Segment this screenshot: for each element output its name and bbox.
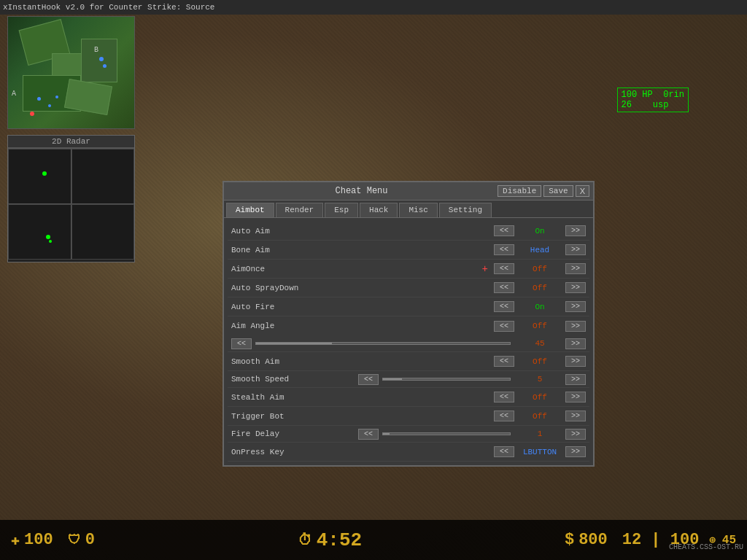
trigger-bot-prev[interactable]: << bbox=[494, 411, 514, 421]
radar-2d: 2D Radar bbox=[7, 135, 135, 262]
aim-angle-slider-track[interactable] bbox=[255, 342, 511, 345]
shield-icon: 🛡 bbox=[68, 532, 81, 548]
fire-delay-slider-row: Fire Delay << 1 >> bbox=[228, 426, 589, 442]
label-auto-spraydown: Auto SprayDown bbox=[231, 284, 494, 292]
row-auto-spraydown: Auto SprayDown << Off >> bbox=[228, 279, 589, 298]
label-auto-fire: Auto Fire bbox=[231, 303, 494, 311]
val-aim-angle: Off bbox=[514, 322, 565, 330]
aim-angle-slider-val: 45 bbox=[514, 339, 565, 348]
shield-value: 0 bbox=[85, 531, 95, 549]
onpress-key-next[interactable]: >> bbox=[565, 446, 586, 457]
hud-health: ✚ 100 bbox=[11, 531, 53, 549]
label-smooth-speed: Smooth Speed bbox=[231, 375, 358, 384]
timer-icon: ⏱ bbox=[298, 532, 312, 549]
stealth-aim-prev[interactable]: << bbox=[494, 392, 514, 402]
cheat-menu-title: Cheat Menu bbox=[228, 186, 495, 196]
auto-fire-prev[interactable]: << bbox=[494, 301, 514, 312]
title-bar: xInstantHook v2.0 for Counter Strike: So… bbox=[0, 0, 747, 15]
row-fire-delay: Fire Delay << 1 >> bbox=[228, 426, 589, 443]
aim-angle-next[interactable]: >> bbox=[565, 321, 586, 332]
aim-angle-slider-next[interactable]: >> bbox=[565, 338, 586, 349]
cheat-menu-header: Cheat Menu Disable Save X bbox=[224, 182, 593, 201]
auto-aim-next[interactable]: >> bbox=[565, 225, 586, 236]
val-smooth-aim: Off bbox=[514, 357, 565, 366]
bone-aim-next[interactable]: >> bbox=[565, 244, 586, 255]
health-icon: ✚ bbox=[11, 531, 20, 549]
val-stealth-aim: Off bbox=[514, 393, 565, 402]
stealth-aim-next[interactable]: >> bbox=[565, 392, 586, 402]
onpress-key-prev[interactable]: << bbox=[494, 446, 514, 457]
hud-bottom: ✚ 100 🛡 0 ⏱ 4:52 $ 800 12 | 100 ⊕ 45 CHE… bbox=[0, 520, 747, 560]
smooth-speed-next[interactable]: >> bbox=[565, 374, 586, 385]
label-bone-aim: Bone Aim bbox=[231, 246, 494, 254]
aimonce-prev[interactable]: << bbox=[494, 263, 514, 274]
fire-delay-next[interactable]: >> bbox=[565, 429, 586, 440]
val-auto-aim: On bbox=[514, 227, 565, 236]
row-trigger-bot: Trigger Bot << Off >> bbox=[228, 407, 589, 426]
tab-setting[interactable]: Setting bbox=[439, 203, 492, 217]
val-bone-aim: Head bbox=[514, 246, 565, 254]
close-button[interactable]: X bbox=[576, 185, 589, 197]
disable-button[interactable]: Disable bbox=[498, 185, 541, 197]
smooth-speed-val: 5 bbox=[514, 375, 565, 384]
bone-aim-prev[interactable]: << bbox=[494, 244, 514, 255]
row-auto-fire: Auto Fire << On >> bbox=[228, 298, 589, 316]
save-button[interactable]: Save bbox=[543, 185, 573, 197]
watermark: CHEATS.CSS-OST.RU bbox=[669, 543, 743, 551]
aim-angle-prev[interactable]: << bbox=[494, 321, 514, 332]
health-value: 100 bbox=[24, 531, 53, 549]
smooth-speed-prev[interactable]: << bbox=[358, 374, 379, 385]
auto-aim-prev[interactable]: << bbox=[494, 225, 514, 236]
val-onpress-key: LBUTTON bbox=[514, 448, 565, 456]
label-aimonce: AimOnce bbox=[231, 265, 482, 273]
val-auto-spraydown: Off bbox=[514, 284, 565, 292]
smooth-speed-slider-track[interactable] bbox=[382, 378, 511, 381]
row-smooth-aim: Smooth Aim << Off >> bbox=[228, 352, 589, 371]
label-smooth-aim: Smooth Aim bbox=[231, 357, 494, 366]
val-aimonce: Off bbox=[514, 265, 565, 273]
player-hp: 100 HP 0rin bbox=[622, 90, 684, 100]
aim-angle-slider-prev[interactable]: << bbox=[231, 338, 252, 349]
money-value: 800 bbox=[578, 531, 608, 549]
auto-fire-next[interactable]: >> bbox=[565, 301, 586, 312]
label-stealth-aim: Stealth Aim bbox=[231, 393, 494, 402]
label-trigger-bot: Trigger Bot bbox=[231, 412, 494, 421]
row-smooth-speed: Smooth Speed << 5 >> bbox=[228, 371, 589, 388]
hud-shield: 🛡 0 bbox=[68, 531, 95, 549]
smooth-aim-prev[interactable]: << bbox=[494, 356, 514, 367]
hud-timer: 4:52 bbox=[317, 529, 362, 551]
tab-esp[interactable]: Esp bbox=[325, 203, 358, 217]
smooth-aim-next[interactable]: >> bbox=[565, 356, 586, 367]
tab-misc[interactable]: Misc bbox=[399, 203, 437, 217]
cheat-menu: Cheat Menu Disable Save X Aimbot Render … bbox=[222, 181, 595, 467]
hud-timer-container: ⏱ 4:52 bbox=[298, 529, 362, 551]
tab-hack[interactable]: Hack bbox=[360, 203, 398, 217]
spraydown-next[interactable]: >> bbox=[565, 282, 586, 293]
label-fire-delay: Fire Delay bbox=[231, 429, 358, 438]
fire-delay-prev[interactable]: << bbox=[358, 429, 379, 440]
tab-render[interactable]: Render bbox=[276, 203, 324, 217]
row-auto-aim: Auto Aim << On >> bbox=[228, 222, 589, 241]
label-aim-angle: Aim Angle bbox=[231, 322, 494, 330]
radar-label: 2D Radar bbox=[8, 136, 134, 148]
minimap: A B bbox=[7, 16, 135, 129]
label-auto-aim: Auto Aim bbox=[231, 227, 494, 236]
row-aim-angle: Aim Angle << Off >> << 45 >> bbox=[228, 316, 589, 352]
menu-content: Auto Aim << On >> Bone Aim << Head >> Ai… bbox=[224, 218, 593, 465]
player-armor: 26 usp bbox=[622, 100, 684, 110]
aimonce-next[interactable]: >> bbox=[565, 263, 586, 274]
smooth-speed-slider-row: Smooth Speed << 5 >> bbox=[228, 371, 589, 387]
aim-angle-slider-row: << 45 >> bbox=[228, 335, 589, 351]
label-onpress-key: OnPress Key bbox=[231, 448, 494, 456]
val-trigger-bot: Off bbox=[514, 412, 565, 421]
fire-delay-slider-track[interactable] bbox=[382, 432, 511, 435]
trigger-bot-next[interactable]: >> bbox=[565, 411, 586, 421]
player-info: 100 HP 0rin 26 usp bbox=[617, 88, 689, 112]
fire-delay-val: 1 bbox=[514, 429, 565, 438]
hud-money-container: $ 800 bbox=[565, 531, 608, 549]
title-text: xInstantHook v2.0 for Counter Strike: So… bbox=[3, 3, 214, 12]
tab-bar: Aimbot Render Esp Hack Misc Setting bbox=[224, 201, 593, 218]
tab-aimbot[interactable]: Aimbot bbox=[226, 203, 274, 217]
spraydown-prev[interactable]: << bbox=[494, 282, 514, 293]
row-onpress-key: OnPress Key << LBUTTON >> bbox=[228, 443, 589, 462]
